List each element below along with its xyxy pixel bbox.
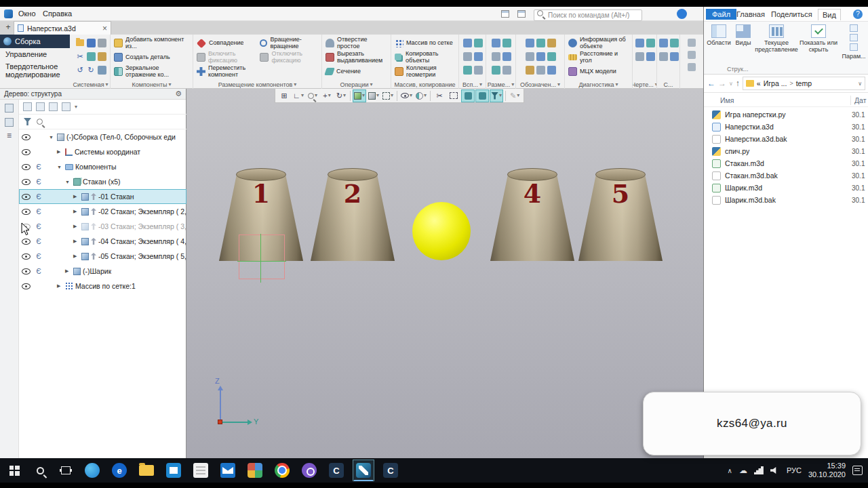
visibility-eye-icon[interactable] [22,164,31,170]
file-row[interactable]: спич.py 30.1 [704,145,868,157]
file-row[interactable]: Стакан.m3d.bak 30.1 [704,169,868,182]
tool-icon[interactable] [526,52,534,61]
explorer-tab-home[interactable]: Главная [732,9,769,20]
filter-funnel-icon[interactable] [24,118,31,125]
start-button[interactable] [1,458,27,483]
tool-icon[interactable] [646,39,655,47]
new-tab-button[interactable]: + [3,22,13,33]
tree-expand-icon[interactable]: ▶ [57,283,63,289]
breadcrumb-root[interactable]: Игра ... [764,79,787,87]
mode-management[interactable]: Управление [0,48,70,60]
taskbar-app-messenger[interactable] [81,460,103,481]
file-row[interactable]: Шарик.m3d 30.1 [704,182,868,194]
rotation-rotation-button[interactable]: Вращение-вращение [258,36,320,50]
grid-array-button[interactable]: Массив по сетке [393,36,457,50]
file-row[interactable]: Наперстки.a3d 30.1 [704,121,868,133]
tool-icon[interactable] [474,52,483,61]
tree-expand-icon[interactable]: ▼ [57,165,63,169]
group-label-system[interactable]: Системная ▾ [71,81,110,89]
gear-icon[interactable]: ⚙ [175,89,182,98]
tool-icon[interactable] [492,66,500,75]
sketch-icon[interactable]: ✎▾ [508,89,521,102]
network-icon[interactable] [754,466,764,474]
taskbar-app-mail[interactable] [217,460,239,481]
file-row[interactable]: Шарик.m3d.bak 30.1 [704,194,868,206]
copy-icon[interactable] [87,52,96,61]
breadcrumb-collapse[interactable]: « [757,79,761,87]
command-search[interactable] [534,8,642,20]
disable-fixation-button[interactable]: Отключить фиксацию [258,50,320,64]
visibility-eye-icon[interactable] [22,268,31,274]
zoom-icon[interactable]: ▾ [306,89,319,102]
tree-panel-icon[interactable] [5,104,14,113]
user-avatar[interactable] [677,9,687,19]
tree-expand-icon[interactable]: ▶ [73,253,79,259]
ribbon-scroll-icon[interactable] [688,39,696,47]
undo-icon[interactable]: ↺ [77,66,83,75]
local-csys-icon[interactable]: ∟▾ [292,89,305,102]
tree-relations-icon[interactable] [62,102,71,111]
cut-icon[interactable]: ✂ [77,52,83,61]
tree-item-components[interactable]: Є ▼ Компоненты [19,159,186,174]
coincide-button[interactable]: Совпадение [195,36,258,50]
file-row[interactable]: Стакан.m3d 30.1 [704,157,868,169]
tool-icon[interactable] [463,39,472,47]
tool-icon[interactable] [474,39,483,47]
tree-expand-icon[interactable]: ▶ [57,149,63,155]
onedrive-icon[interactable]: ☁ [739,466,747,475]
geometry-collection-button[interactable]: Коллекция геометрии [393,64,457,79]
rotate-view-icon[interactable]: ↻▾ [334,89,348,102]
tree-grouping-icon[interactable] [36,102,45,111]
history-dropdown-icon[interactable]: ∨ [729,81,733,87]
tree-view-icon[interactable] [23,102,32,111]
tool-icon[interactable] [526,66,534,75]
tree-item-cup-02[interactable]: Є ▶ -02 Стакан; Экземпляр ( 2, 1 ) [19,204,186,219]
tool-icon[interactable] [670,52,679,61]
forward-button[interactable]: → [718,79,726,88]
option-icon[interactable] [850,34,858,41]
menu-window[interactable]: Окно [18,9,36,18]
breadcrumb-current[interactable]: temp [796,79,812,87]
properties-icon[interactable] [98,66,106,75]
tool-icon[interactable] [536,66,545,75]
group-label-service[interactable]: С... [657,81,679,89]
tree-item-coordinate-systems[interactable]: ▶ Системы координат [19,144,186,159]
file-row[interactable]: Игра наперстки.py 30.1 [704,108,868,121]
taskbar-search-button[interactable] [27,458,53,483]
visibility-eye-icon[interactable] [22,253,31,260]
tool-icon[interactable] [463,66,472,75]
visibility-eye-icon[interactable] [22,134,31,140]
taskbar-app-store[interactable] [163,460,184,481]
tool-icon[interactable] [502,66,511,75]
views-button[interactable]: Виды [732,24,754,46]
explorer-tab-share[interactable]: Поделиться [767,9,816,20]
save-icon[interactable] [87,39,96,47]
pan-icon[interactable]: +▾ [320,89,334,102]
group-label-diagnostics[interactable]: Диагностика ▾ [565,81,632,89]
clip-section-icon[interactable]: ▾ [414,89,428,102]
taskbar-app-kompas[interactable] [353,460,374,481]
open-folder-icon[interactable] [76,39,84,46]
tool-icon[interactable] [547,39,556,47]
add-component-button[interactable]: Добавить компонент из... [113,36,191,50]
explorer-tab-view[interactable]: Вид [818,9,841,20]
paste-icon[interactable] [98,52,106,61]
window-layout-icon[interactable] [501,10,509,18]
visibility-eye-icon[interactable] [22,194,31,200]
help-icon[interactable]: ? [853,9,863,19]
visibility-eye-icon[interactable] [22,149,31,155]
create-part-button[interactable]: Создать деталь [113,50,191,64]
tree-expand-icon[interactable]: ▼ [49,135,55,140]
action-center-icon[interactable] [852,466,863,475]
tree-expand-icon[interactable]: ▶ [73,194,79,199]
tree-search-icon[interactable] [37,119,43,125]
taskbar-app-browser[interactable]: e [108,460,130,481]
group-label-placement[interactable]: Размещение компонентов ▾ [193,81,321,89]
menu-icon[interactable]: ≡ [5,132,14,141]
group-label-notation[interactable]: Обозначен... ▾ [516,81,564,89]
file-row[interactable]: Наперстки.a3d.bak 30.1 [704,133,868,145]
document-tab[interactable]: Наперстки.a3d × [14,21,111,35]
close-tab-icon[interactable]: × [102,24,107,33]
copy-objects-button[interactable]: Копировать объекты [393,50,457,64]
option-icon[interactable] [850,24,858,32]
